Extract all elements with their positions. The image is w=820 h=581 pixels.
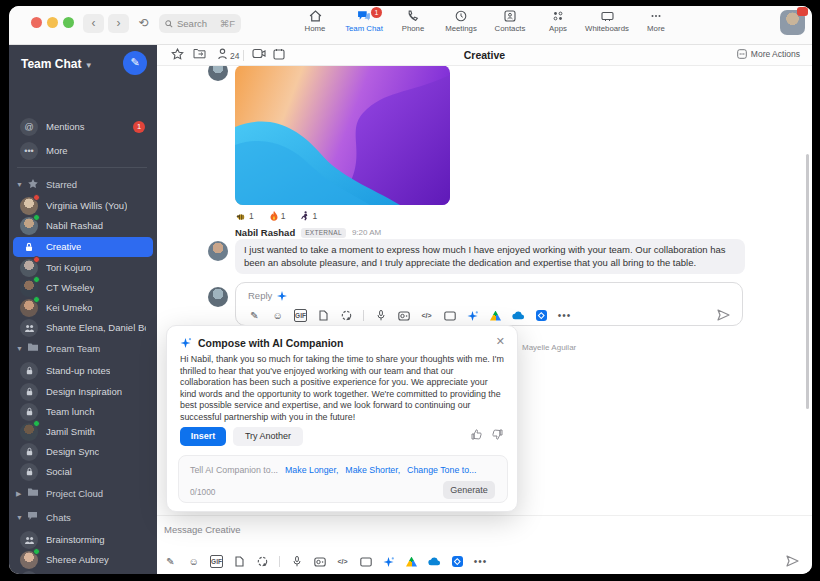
file-icon[interactable]	[233, 555, 246, 568]
folder-icon	[27, 342, 39, 352]
sidebar-item-design-sync[interactable]: Design Sync	[13, 442, 153, 462]
star-icon	[27, 178, 39, 190]
user-avatar[interactable]	[780, 10, 805, 35]
sidebar-item-more[interactable]: ••• More	[13, 141, 153, 161]
format-icon[interactable]: ✎	[248, 309, 261, 322]
reply-toolbar: ✎ ☺ GIF </> •••	[248, 309, 571, 322]
gif-icon[interactable]: GIF	[294, 309, 307, 322]
gif-icon[interactable]: GIF	[210, 555, 223, 568]
file-icon[interactable]	[317, 309, 330, 322]
tab-apps[interactable]: Apps	[534, 9, 582, 33]
screenshot-icon[interactable]	[256, 555, 269, 568]
sidebar-item-team-lunch[interactable]: Team lunch	[13, 402, 153, 422]
tab-contacts[interactable]: Contacts	[486, 9, 534, 33]
partial-message-author: Mayelle Aguilar	[522, 343, 576, 352]
close-window-button[interactable]	[31, 17, 42, 28]
sidebar-item-ct-wiseley[interactable]: CT Wiseley	[13, 278, 153, 298]
shared-image[interactable]	[235, 65, 450, 205]
message-input[interactable]: Message Creative	[164, 524, 241, 535]
lock-icon	[20, 443, 38, 461]
tab-whiteboards[interactable]: Whiteboards	[579, 9, 635, 33]
fire-emoji	[270, 211, 278, 221]
mic-icon[interactable]	[290, 555, 303, 568]
sidebar-title[interactable]: Team Chat ▼	[21, 57, 93, 71]
section-project-cloud[interactable]: ▶ Project Cloud	[13, 485, 153, 503]
tab-phone[interactable]: Phone	[389, 9, 437, 33]
ai-prompt-input[interactable]: Tell AI Companion to... Make Longer, Mak…	[178, 455, 508, 503]
emoji-icon[interactable]: ☺	[187, 555, 200, 568]
tab-meetings[interactable]: Meetings	[437, 9, 485, 33]
more-tools-icon[interactable]: •••	[474, 555, 487, 568]
section-starred[interactable]: ▼ Starred	[13, 176, 153, 194]
change-tone-link[interactable]: Change Tone to...	[407, 465, 476, 475]
sidebar-item-jamil-smith[interactable]: Jamil Smith	[13, 422, 153, 442]
section-chats[interactable]: ▼ Chats	[13, 509, 153, 527]
search-input[interactable]: Search ⌘F	[159, 14, 241, 33]
reaction-bee[interactable]: 1	[236, 211, 254, 221]
sidebar-item-mentions[interactable]: @ Mentions 1	[13, 117, 153, 137]
avatar[interactable]	[208, 287, 228, 307]
reaction-fire[interactable]: 1	[270, 211, 286, 221]
maximize-window-button[interactable]	[63, 17, 74, 28]
tab-home[interactable]: Home	[291, 9, 339, 33]
sidebar-item-brainstorming[interactable]: Brainstorming	[13, 530, 153, 550]
reply-input[interactable]: Reply ✎ ☺ GIF </> •••	[235, 282, 743, 326]
google-drive-icon[interactable]	[489, 309, 502, 322]
send-icon[interactable]	[786, 555, 799, 567]
try-another-button[interactable]: Try Another	[233, 427, 303, 446]
send-icon[interactable]	[717, 309, 730, 321]
onedrive-icon[interactable]	[428, 555, 441, 568]
thumbs-down-icon[interactable]	[492, 429, 503, 440]
ellipsis-icon	[632, 9, 680, 23]
make-longer-link[interactable]: Make Longer,	[285, 465, 338, 475]
back-button[interactable]: ‹	[83, 14, 104, 33]
whiteboard-icon[interactable]	[359, 555, 372, 568]
sidebar-item-stand-up-notes[interactable]: Stand-up notes	[13, 361, 153, 381]
tab-team-chat[interactable]: Team Chat 1	[340, 9, 388, 33]
section-dream-team[interactable]: ▼ Dream Team	[13, 340, 153, 358]
code-snippet-icon[interactable]: </>	[420, 309, 433, 322]
forward-button[interactable]: ›	[108, 14, 129, 33]
minimize-window-button[interactable]	[47, 17, 58, 28]
sidebar-item-design-inspiration[interactable]: Design Inspiration	[13, 382, 153, 402]
new-chat-button[interactable]: ✎	[123, 51, 147, 75]
emoji-icon[interactable]: ☺	[271, 309, 284, 322]
insert-button[interactable]: Insert	[180, 427, 226, 446]
sidebar-item-design-syncs[interactable]: Design syncs	[13, 570, 153, 574]
box-icon[interactable]	[535, 309, 548, 322]
sidebar-item-nabil-rashad[interactable]: Nabil Rashad	[13, 216, 153, 236]
video-record-icon[interactable]	[313, 555, 326, 568]
sidebar-item-creative[interactable]: Creative	[13, 237, 153, 257]
sidebar-item-virginia-willis[interactable]: Virginia Willis (You)	[13, 196, 153, 216]
vertical-scrollbar[interactable]	[806, 154, 809, 409]
ai-companion-icon[interactable]	[382, 555, 395, 568]
format-icon[interactable]: ✎	[164, 555, 177, 568]
team-chat-badge: 1	[371, 7, 382, 18]
mic-icon[interactable]	[374, 309, 387, 322]
google-drive-icon[interactable]	[405, 555, 418, 568]
thumbs-up-icon[interactable]	[471, 429, 482, 440]
reaction-dancer[interactable]: 1	[301, 211, 317, 221]
chevron-down-icon: ▼	[16, 340, 23, 358]
box-icon[interactable]	[451, 555, 464, 568]
avatar[interactable]	[208, 241, 228, 261]
close-icon[interactable]: ✕	[496, 335, 505, 348]
more-tools-icon[interactable]: •••	[558, 309, 571, 322]
ai-companion-icon[interactable]	[466, 309, 479, 322]
screenshot-icon[interactable]	[340, 309, 353, 322]
video-record-icon[interactable]	[397, 309, 410, 322]
more-actions-button[interactable]: More Actions	[737, 49, 800, 59]
sidebar-item-kei-umeko[interactable]: Kei Umeko	[13, 298, 153, 318]
lock-icon	[20, 463, 38, 481]
make-shorter-link[interactable]: Make Shorter,	[345, 465, 400, 475]
onedrive-icon[interactable]	[512, 309, 525, 322]
whiteboard-icon[interactable]	[443, 309, 456, 322]
history-icon[interactable]: ⟲	[133, 14, 154, 33]
sidebar-item-tori-kojuro[interactable]: Tori Kojuro	[13, 258, 153, 278]
sidebar-item-sheree-aubrey[interactable]: Sheree Aubrey	[13, 550, 153, 570]
tab-more[interactable]: More	[632, 9, 680, 33]
generate-button[interactable]: Generate	[443, 481, 495, 499]
sidebar-item-group-shante-daniel[interactable]: Shante Elena, Daniel Bow...	[13, 318, 153, 338]
code-snippet-icon[interactable]: </>	[336, 555, 349, 568]
sidebar-item-social[interactable]: Social	[13, 462, 153, 482]
